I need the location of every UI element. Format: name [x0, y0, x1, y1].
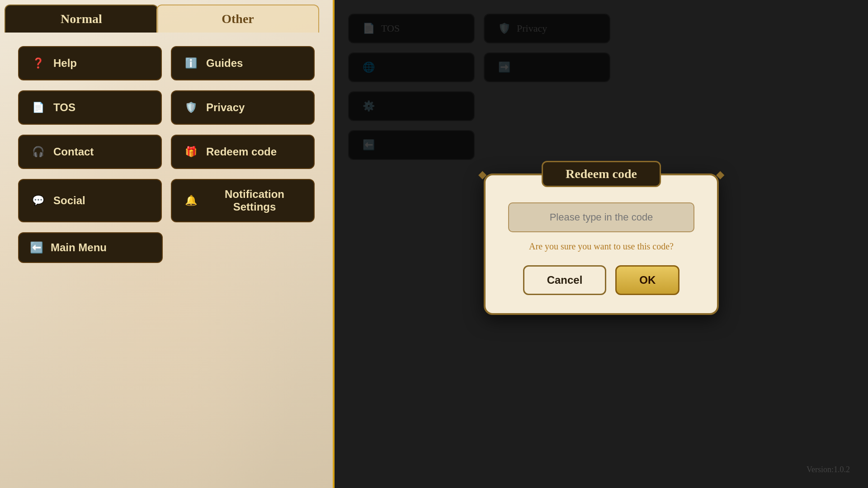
gift-icon: 🎁: [183, 144, 199, 160]
modal-cancel-label: Cancel: [547, 274, 583, 286]
document-icon: 📄: [30, 99, 46, 116]
button-row-5: ⬅️ Main Menu: [18, 232, 315, 273]
bell-icon: 🔔: [183, 192, 199, 209]
button-row-3: 🎧 Contact 🎁 Redeem code: [18, 135, 315, 169]
tos-label: TOS: [53, 101, 75, 114]
main-menu-button[interactable]: ⬅️ Main Menu: [18, 232, 163, 263]
notification-label: Notification Settings: [206, 188, 303, 213]
tab-bar: Normal Other: [0, 0, 333, 33]
button-row-4: 💬 Social 🔔 Notification Settings: [18, 179, 315, 222]
privacy-label: Privacy: [206, 101, 245, 114]
modal-title: Redeem code: [542, 161, 661, 187]
tab-normal-label: Normal: [61, 12, 102, 26]
shield-icon: 🛡️: [183, 99, 199, 116]
main-menu-label: Main Menu: [51, 241, 107, 254]
tab-normal[interactable]: Normal: [5, 5, 158, 33]
right-panel: 📄 TOS 🛡️ Privacy 🌐 ➡️ ⚙️ ⬅️: [335, 0, 868, 488]
modal-confirm-text: Are you sure you want to use this code?: [508, 241, 694, 252]
help-button[interactable]: ❓ Help: [18, 46, 162, 80]
back-icon: ⬅️: [30, 241, 43, 254]
modal-action-buttons: Cancel OK: [508, 265, 694, 295]
notification-settings-button[interactable]: 🔔 Notification Settings: [171, 179, 315, 222]
modal-overlay: Redeem code Are you sure you want to use…: [335, 0, 868, 488]
button-row-2: 📄 TOS 🛡️ Privacy: [18, 90, 315, 125]
contact-label: Contact: [53, 145, 94, 158]
modal-title-text: Redeem code: [566, 167, 637, 181]
social-button[interactable]: 💬 Social: [18, 179, 162, 222]
tab-other-label: Other: [222, 12, 254, 26]
button-row-1: ❓ Help ℹ️ Guides: [18, 46, 315, 80]
info-icon: ℹ️: [183, 55, 199, 71]
chat-icon: 💬: [30, 192, 46, 209]
left-panel: Normal Other ❓ Help ℹ️ Guides 📄 TOS: [0, 0, 335, 488]
modal-ok-button[interactable]: OK: [615, 265, 679, 295]
redeem-label: Redeem code: [206, 145, 277, 158]
help-label: Help: [53, 57, 77, 70]
menu-buttons-container: ❓ Help ℹ️ Guides 📄 TOS 🛡️ Privacy 🎧 C: [0, 33, 333, 296]
guides-button[interactable]: ℹ️ Guides: [171, 46, 315, 80]
headset-icon: 🎧: [30, 144, 46, 160]
contact-button[interactable]: 🎧 Contact: [18, 135, 162, 169]
redeem-code-modal: Redeem code Are you sure you want to use…: [484, 174, 719, 315]
modal-ok-label: OK: [639, 274, 656, 286]
help-icon: ❓: [30, 55, 46, 71]
redeem-code-input[interactable]: [508, 202, 694, 232]
tab-other[interactable]: Other: [156, 5, 319, 33]
modal-cancel-button[interactable]: Cancel: [523, 265, 607, 295]
redeem-code-button[interactable]: 🎁 Redeem code: [171, 135, 315, 169]
privacy-button[interactable]: 🛡️ Privacy: [171, 90, 315, 125]
tos-button[interactable]: 📄 TOS: [18, 90, 162, 125]
guides-label: Guides: [206, 57, 243, 70]
social-label: Social: [53, 194, 85, 207]
